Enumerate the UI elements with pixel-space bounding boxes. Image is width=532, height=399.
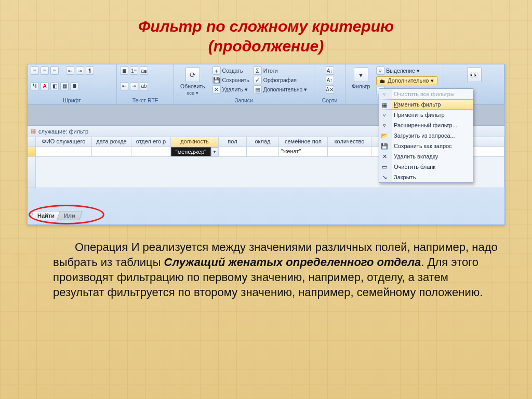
col-dept[interactable]: отдел его р bbox=[131, 137, 171, 147]
col-sex[interactable]: пол bbox=[219, 137, 247, 147]
selection-filter-button[interactable]: ▿Выделение ▾ bbox=[376, 66, 437, 75]
dec-indent-icon[interactable]: ⇤ bbox=[120, 82, 128, 90]
tab-or[interactable]: Или bbox=[57, 211, 83, 220]
filter-button[interactable]: ▾ Фильтр bbox=[349, 66, 373, 90]
col-salary[interactable]: оклад bbox=[247, 137, 279, 147]
sort-asc-icon[interactable]: A↓ bbox=[326, 66, 334, 75]
col-count[interactable]: количество bbox=[328, 137, 371, 147]
numbering-icon[interactable]: 1≡ bbox=[130, 66, 138, 75]
save-icon: 💾 bbox=[212, 76, 221, 84]
cell-sex[interactable] bbox=[219, 147, 247, 157]
col-family[interactable]: семейное пол bbox=[279, 137, 328, 147]
new-icon: ＋ bbox=[212, 66, 221, 75]
sort-desc-icon[interactable]: A↑ bbox=[326, 76, 334, 84]
col-fio[interactable]: ФИО служащего bbox=[36, 137, 92, 147]
refresh-icon: ⟳ bbox=[185, 68, 200, 82]
clear-sort-icon[interactable]: A✕ bbox=[326, 85, 334, 94]
ltr-icon[interactable]: ¶ bbox=[86, 66, 94, 75]
selection-icon: ▿ bbox=[376, 66, 384, 75]
position-dropdown-icon[interactable]: ▼ bbox=[211, 147, 218, 156]
close-icon: ↘ bbox=[380, 173, 389, 181]
col-birth[interactable]: дата рожде bbox=[92, 137, 131, 147]
menu-save-query[interactable]: 💾Сохранить как запрос bbox=[379, 141, 473, 151]
indent-inc-icon[interactable]: ⇥ bbox=[76, 66, 84, 75]
ribbon-group-sort: Сорти bbox=[317, 97, 342, 103]
menu-apply-filter[interactable]: ▿Применить фильтр bbox=[379, 110, 473, 120]
menu-advanced-filter[interactable]: ▿Расширенный фильтр... bbox=[379, 120, 473, 130]
menu-load-query[interactable]: 📂Загрузить из запроса... bbox=[379, 130, 473, 141]
save-query-icon: 💾 bbox=[380, 142, 389, 150]
explanation-paragraph: Операция И реализуется между значениями … bbox=[27, 240, 505, 300]
filter-tabs: Найти Или bbox=[32, 211, 79, 220]
position-value[interactable]: "менеджер" bbox=[171, 147, 211, 156]
menu-delete-tab[interactable]: ✕Удалить вкладку bbox=[379, 151, 473, 162]
spellcheck-button[interactable]: ✓Орфография bbox=[254, 76, 308, 84]
load-query-icon: 📂 bbox=[380, 131, 389, 140]
funnel-icon: ▾ bbox=[354, 68, 368, 82]
sigma-icon: Σ bbox=[254, 66, 262, 75]
altrow-icon[interactable]: ≣ bbox=[70, 82, 78, 90]
binoculars-icon: 👀 bbox=[467, 68, 482, 82]
save-record-button[interactable]: 💾Сохранить bbox=[212, 76, 249, 84]
access-screenshot: ≡ ≡ ≡ ⇤ ⇥ ¶ Ч A ◧ ▦ ≣ Шрифт bbox=[27, 64, 505, 225]
cell-salary[interactable] bbox=[247, 147, 279, 157]
cell-family[interactable]: "женат" bbox=[279, 147, 328, 157]
font-color-icon[interactable]: A bbox=[41, 82, 49, 90]
refresh-all-button[interactable]: ⟳ Обновить все ▾ bbox=[177, 66, 208, 97]
gridlines-icon[interactable]: ▦ bbox=[60, 82, 69, 90]
align-center-icon[interactable]: ≡ bbox=[41, 66, 49, 75]
bullets-icon[interactable]: ≣ bbox=[120, 66, 128, 75]
find-button-trunc[interactable]: 👀 bbox=[447, 66, 501, 83]
totals-button[interactable]: ΣИтоги bbox=[254, 66, 308, 75]
row-selector-active[interactable] bbox=[28, 147, 36, 157]
inc-indent-icon[interactable]: ⇥ bbox=[130, 82, 138, 90]
delete-icon: ✕ bbox=[212, 85, 221, 94]
delete-tab-icon: ✕ bbox=[380, 152, 389, 161]
clear-blank-icon: ▭ bbox=[380, 163, 389, 171]
edit-filter-icon: ▦ bbox=[380, 101, 389, 109]
row-selector[interactable] bbox=[28, 137, 36, 147]
ribbon-group-rtf: Текст RTF bbox=[120, 97, 170, 103]
apply-filter-icon: ▿ bbox=[380, 111, 389, 119]
adv-filter-icon: ▿ bbox=[380, 121, 389, 129]
highlight-icon[interactable]: ab bbox=[140, 82, 148, 90]
more-icon: ▤ bbox=[254, 85, 262, 94]
datasheet-icon: ▦ bbox=[31, 128, 36, 135]
menu-close[interactable]: ↘Закрыть bbox=[379, 172, 473, 182]
clear-filters-icon: ▿ bbox=[380, 90, 389, 98]
cell-position[interactable]: "менеджер" ▼ bbox=[171, 147, 219, 157]
col-position[interactable]: должность bbox=[171, 137, 219, 147]
align-left-icon[interactable]: ≡ bbox=[31, 66, 39, 75]
menu-clear-blank[interactable]: ▭Очистить бланк bbox=[379, 162, 473, 172]
spell-icon: ✓ bbox=[254, 76, 262, 84]
advanced-filter-menu: ▿Очистить все фильтры ▦Изменить фильтр ▿… bbox=[379, 88, 473, 183]
ribbon-group-font: Шрифт bbox=[31, 97, 113, 103]
align-right-icon[interactable]: ≡ bbox=[50, 66, 59, 75]
cell-fio[interactable] bbox=[36, 147, 92, 157]
cell-count[interactable] bbox=[328, 147, 371, 157]
more-records-button[interactable]: ▤Дополнительно ▾ bbox=[254, 85, 308, 94]
rtf-icon[interactable]: aʙ bbox=[140, 66, 148, 75]
fill-color-icon[interactable]: ◧ bbox=[50, 82, 59, 90]
ribbon-group-records: Записи bbox=[177, 97, 311, 103]
advanced-filter-button[interactable]: 🖿Дополнительно ▾ bbox=[376, 76, 437, 85]
indent-dec-icon[interactable]: ⇤ bbox=[66, 66, 74, 75]
menu-clear-all: ▿Очистить все фильтры bbox=[379, 89, 473, 99]
cell-birth[interactable] bbox=[92, 147, 131, 157]
slide-title: Фильтр по сложному критерию (продолжение… bbox=[27, 17, 505, 56]
new-record-button[interactable]: ＋Создать bbox=[212, 66, 249, 75]
underline-button[interactable]: Ч bbox=[31, 82, 39, 90]
advanced-icon: 🖿 bbox=[380, 78, 385, 84]
cell-dept[interactable] bbox=[131, 147, 171, 157]
delete-record-button[interactable]: ✕Удалить ▾ bbox=[212, 85, 249, 94]
menu-edit-filter[interactable]: ▦Изменить фильтр bbox=[379, 99, 473, 110]
